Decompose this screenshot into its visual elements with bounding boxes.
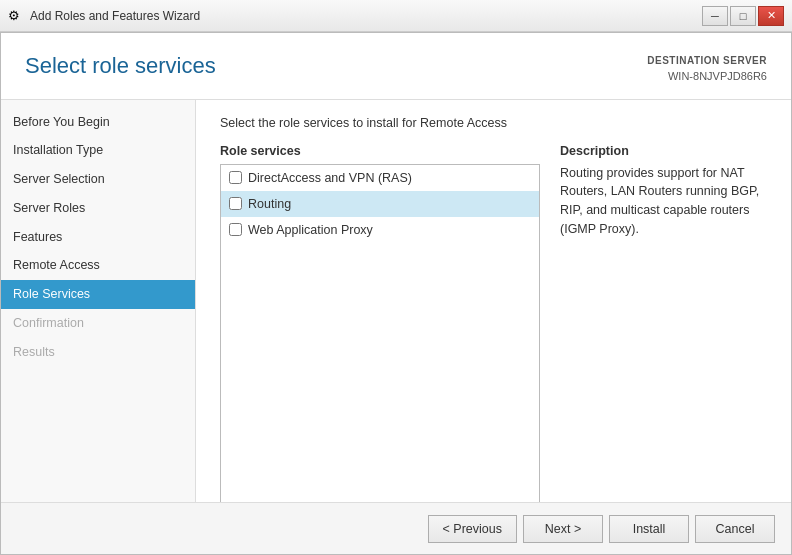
destination-label: DESTINATION SERVER [647, 53, 767, 68]
sidebar-item-results[interactable]: Results [1, 338, 195, 367]
sidebar-item-features[interactable]: Features [1, 223, 195, 252]
two-column-layout: Role services DirectAccess and VPN (RAS)… [220, 144, 767, 503]
role-checkbox[interactable] [229, 197, 242, 210]
app-icon: ⚙ [8, 8, 24, 24]
title-bar: ⚙ Add Roles and Features Wizard ─ □ ✕ [0, 0, 792, 32]
next-button[interactable]: Next > [523, 515, 603, 543]
sidebar-item-confirmation[interactable]: Confirmation [1, 309, 195, 338]
description-text: Routing provides support for NAT Routers… [560, 164, 767, 239]
content-description: Select the role services to install for … [220, 116, 767, 130]
role-item[interactable]: DirectAccess and VPN (RAS) [221, 165, 539, 191]
maximize-button[interactable]: □ [730, 6, 756, 26]
previous-button[interactable]: < Previous [428, 515, 517, 543]
sidebar-item-role-services[interactable]: Role Services [1, 280, 195, 309]
role-services-header: Role services [220, 144, 540, 158]
wizard-footer: < Previous Next > Install Cancel [1, 502, 791, 554]
role-item[interactable]: Web Application Proxy [221, 217, 539, 243]
window-controls: ─ □ ✕ [702, 6, 784, 26]
role-label: Web Application Proxy [248, 223, 373, 237]
description-header: Description [560, 144, 767, 158]
minimize-button[interactable]: ─ [702, 6, 728, 26]
cancel-button[interactable]: Cancel [695, 515, 775, 543]
wizard-header: Select role services DESTINATION SERVER … [1, 33, 791, 100]
sidebar-item-server-roles[interactable]: Server Roles [1, 194, 195, 223]
title-bar-left: ⚙ Add Roles and Features Wizard [8, 8, 200, 24]
install-button[interactable]: Install [609, 515, 689, 543]
role-item[interactable]: Routing [221, 191, 539, 217]
wizard-body: Before You BeginInstallation TypeServer … [1, 100, 791, 503]
sidebar: Before You BeginInstallation TypeServer … [1, 100, 196, 503]
destination-server: DESTINATION SERVER WIN-8NJVPJD86R6 [647, 53, 767, 85]
role-label: DirectAccess and VPN (RAS) [248, 171, 412, 185]
wizard-content: Select the role services to install for … [196, 100, 791, 503]
window-title: Add Roles and Features Wizard [30, 9, 200, 23]
page-title: Select role services [25, 53, 216, 79]
role-services-panel: Role services DirectAccess and VPN (RAS)… [220, 144, 540, 503]
close-button[interactable]: ✕ [758, 6, 784, 26]
role-checkbox[interactable] [229, 223, 242, 236]
role-label: Routing [248, 197, 291, 211]
wizard-window: Select role services DESTINATION SERVER … [0, 32, 792, 555]
sidebar-item-before-you-begin[interactable]: Before You Begin [1, 108, 195, 137]
role-checkbox[interactable] [229, 171, 242, 184]
sidebar-item-installation-type[interactable]: Installation Type [1, 136, 195, 165]
sidebar-item-remote-access[interactable]: Remote Access [1, 251, 195, 280]
role-list: DirectAccess and VPN (RAS)RoutingWeb App… [220, 164, 540, 503]
description-panel: Description Routing provides support for… [560, 144, 767, 503]
sidebar-item-server-selection[interactable]: Server Selection [1, 165, 195, 194]
destination-name: WIN-8NJVPJD86R6 [647, 68, 767, 85]
